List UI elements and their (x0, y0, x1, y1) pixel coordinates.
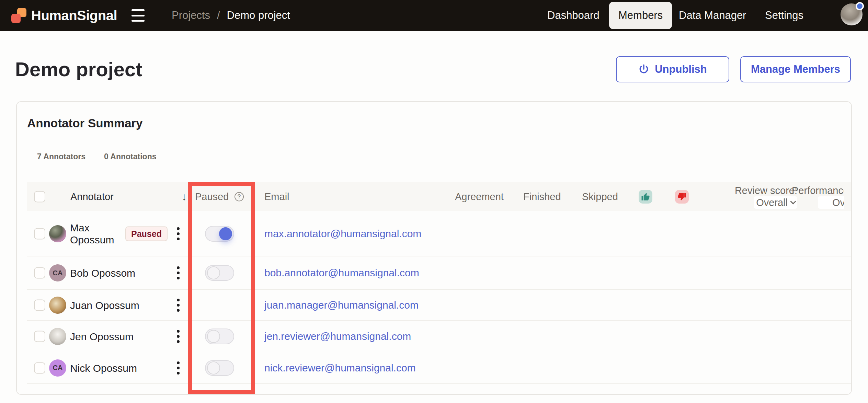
humansignal-logo[interactable]: HumanSignal (11, 0, 117, 31)
row-menu-icon[interactable] (174, 265, 182, 281)
row-menu-icon[interactable] (174, 297, 182, 313)
column-header-email: Email (264, 191, 289, 202)
row-checkbox[interactable] (34, 299, 45, 311)
annotator-email-link[interactable]: max.annotator@humansignal.com (264, 228, 421, 240)
select-all-checkbox[interactable] (34, 191, 45, 202)
unpublish-button[interactable]: Unpublish (616, 56, 729, 82)
annotator-name: Nick Opossum (70, 362, 137, 374)
review-score-select[interactable]: Overall (754, 196, 797, 209)
column-header-finished: Finished (523, 191, 561, 202)
breadcrumb-current-project: Demo project (227, 9, 290, 22)
tab-members-active[interactable]: Members (609, 2, 672, 29)
paused-help-icon[interactable]: ? (235, 192, 244, 201)
logo-square-red (11, 14, 21, 23)
menu-icon[interactable] (132, 9, 145, 22)
paused-toggle-off[interactable] (205, 360, 234, 376)
topbar-divider (157, 0, 157, 31)
manage-members-button[interactable]: Manage Members (740, 56, 851, 82)
row-menu-icon[interactable] (174, 226, 182, 242)
breadcrumb: Projects / Demo project (172, 0, 290, 31)
paused-toggle-off[interactable] (205, 265, 234, 281)
column-header-annotator[interactable]: Annotator (70, 191, 114, 202)
annotator-name: Bob Opossom (70, 267, 135, 279)
unpublish-button-label: Unpublish (655, 63, 707, 76)
annotator-email-link[interactable]: nick.reviewer@humansignal.com (264, 362, 416, 374)
user-avatar[interactable] (841, 3, 863, 25)
toggle-knob (207, 361, 220, 375)
review-score-label: Review score: (710, 185, 797, 196)
logo-text: HumanSignal (31, 8, 117, 23)
column-header-paused: Paused (195, 191, 229, 202)
breadcrumb-projects-link[interactable]: Projects (172, 9, 210, 22)
annotator-summary-title: Annotator Summary (27, 116, 142, 130)
column-header-review-score: Review score: Overall (710, 185, 797, 209)
top-navigation-bar: HumanSignal Projects / Demo project Dash… (0, 0, 868, 31)
tab-data-manager[interactable]: Data Manager (679, 0, 746, 31)
annotator-name: Max Opossum (70, 222, 122, 246)
manage-members-button-label: Manage Members (751, 63, 840, 76)
column-header-skipped: Skipped (582, 191, 618, 202)
tab-settings[interactable]: Settings (765, 0, 803, 31)
table-row: Jen Opossum jen.reviewer@humansignal.com (27, 321, 851, 352)
column-header-performance: Performance Overall (792, 185, 844, 209)
avatar-initials: CA (49, 359, 66, 377)
paused-toggle-off[interactable] (205, 329, 234, 344)
annotator-email-link[interactable]: jen.reviewer@humansignal.com (264, 331, 411, 342)
annotator-name: Jen Opossum (70, 330, 134, 342)
power-icon (638, 64, 649, 75)
table-row: CA Bob Opossom bob.annotator@humansignal… (27, 256, 851, 290)
toggle-knob (207, 266, 220, 279)
table-row: Max Opossum Paused max.annotator@humansi… (27, 211, 851, 256)
row-checkbox[interactable] (34, 267, 45, 279)
annotations-count: 0 Annotations (104, 152, 156, 161)
thumbs-down-icon (675, 190, 689, 204)
online-status-badge (856, 2, 864, 10)
row-checkbox[interactable] (34, 331, 45, 342)
column-header-agreement: Agreement (455, 191, 504, 202)
avatar-photo (49, 225, 66, 242)
avatar-photo (49, 328, 66, 345)
row-checkbox[interactable] (34, 362, 45, 373)
toggle-knob (219, 227, 232, 240)
row-checkbox[interactable] (34, 228, 45, 239)
breadcrumb-separator: / (217, 9, 220, 22)
performance-selected-value: Overall (832, 197, 844, 208)
annotators-count: 7 Annotators (37, 152, 85, 161)
annotator-name: Juan Opossum (70, 299, 139, 311)
table-header-row: Annotator ↓ Paused ? Email Agreement Fin… (27, 182, 851, 211)
row-menu-icon[interactable] (174, 360, 182, 376)
annotator-summary-card: Annotator Summary 7 Annotators 0 Annotat… (16, 101, 852, 395)
review-score-selected-value: Overall (756, 197, 788, 208)
humansignal-logo-icon (11, 8, 26, 23)
paused-badge: Paused (125, 226, 168, 241)
table-row: CA Nick Opossum nick.reviewer@humansigna… (27, 352, 851, 384)
paused-toggle-on[interactable] (205, 226, 234, 242)
page-title: Demo project (15, 57, 142, 82)
annotator-email-link[interactable]: bob.annotator@humansignal.com (264, 267, 419, 279)
avatar-photo (49, 297, 66, 314)
table-row: Juan Opossum juan.manager@humansignal.co… (27, 290, 851, 321)
performance-select[interactable]: Overall (818, 196, 844, 209)
tab-dashboard[interactable]: Dashboard (547, 0, 599, 31)
row-menu-icon[interactable] (174, 329, 182, 344)
avatar-initials: CA (49, 264, 66, 281)
performance-label: Performance (792, 185, 844, 196)
annotator-table: Annotator ↓ Paused ? Email Agreement Fin… (27, 182, 851, 384)
thumbs-up-icon (639, 190, 652, 204)
toggle-knob (207, 330, 220, 343)
annotator-email-link[interactable]: juan.manager@humansignal.com (264, 299, 419, 311)
sort-descending-icon[interactable]: ↓ (182, 191, 187, 203)
